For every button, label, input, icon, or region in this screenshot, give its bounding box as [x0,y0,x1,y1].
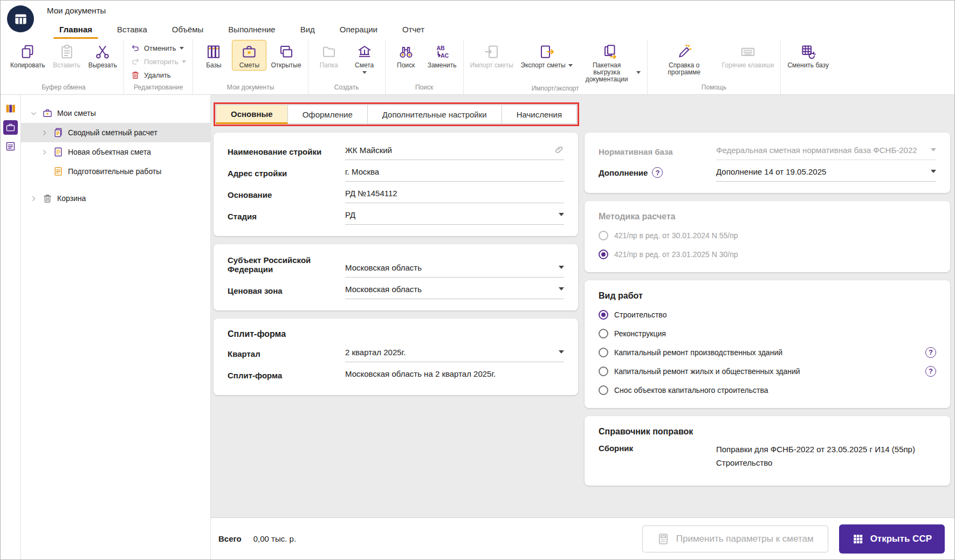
chevron-down-icon[interactable] [30,110,38,117]
radio-icon[interactable] [599,367,608,376]
method-option-55pr[interactable]: 421/пр в ред. от 30.01.2024 N 55/пр [599,226,936,245]
tree-item-my-smety[interactable]: Мои сметы [21,103,210,123]
field-label-sbornik: Сборник [599,444,716,457]
ribbon-tab-glavnaya[interactable]: Главная [47,20,105,39]
help-icon[interactable]: ? [652,167,663,178]
card-stroika-info: Наименование стройки ЖК Майский Адрес ст… [214,133,578,236]
field-label-price-zone: Ценовая зона [228,286,345,299]
ribbon-tab-operacii[interactable]: Операции [327,20,390,39]
chevron-right-icon[interactable] [40,129,49,136]
ribbon-tab-vypolnenie[interactable]: Выполнение [216,20,287,39]
tree-item-svodny-raschet[interactable]: Сводный сметный расчет [21,123,210,142]
cut-button[interactable]: Вырезать [85,40,120,71]
ribbon-tab-vstavka[interactable]: Вставка [105,20,160,39]
tree-item-korzina[interactable]: Корзина [21,189,210,208]
main-content: Основные Оформление Дополнительные настр… [211,95,954,559]
undo-button[interactable]: Отменить [127,42,187,54]
radio-icon[interactable] [599,329,608,338]
trash-icon [42,193,53,204]
chevron-down-icon[interactable] [559,213,564,216]
help-icon[interactable]: ? [925,366,936,377]
total-value: 0,00 тыс. р. [253,534,296,543]
worktype-option-kapremont-proizv[interactable]: Капитальный ремонт производственных здан… [599,343,936,362]
help-icon[interactable]: ? [925,347,936,358]
method-option-30pr[interactable]: 421/пр в ред. от 23.01.2025 N 30/пр [599,245,936,264]
bases-button[interactable]: Базы [196,40,231,71]
open-ssr-button[interactable]: Открыть ССР [839,524,945,554]
field-label-basis: Основание [228,190,345,203]
redo-dropdown-icon[interactable] [182,60,186,63]
change-base-button[interactable]: Сменить базу [784,40,832,71]
ribbon-tab-vid[interactable]: Вид [288,20,327,39]
tab-nachisleniya[interactable]: Начисления [502,105,577,124]
app-rail [1,95,21,559]
ribbon-group-my-documents: Базы Сметы Открытые Мои документы [193,40,307,94]
smety-button[interactable]: Сметы [232,40,266,71]
app-logo-icon [7,5,34,32]
rail-item-smety[interactable] [3,120,18,135]
undo-dropdown-icon[interactable] [180,47,184,50]
calculator-icon [657,533,670,545]
chevron-down-icon[interactable] [931,170,936,173]
field-addition-select[interactable]: Дополнение 14 от 19.05.2025 [716,165,936,182]
export-smeta-button[interactable]: Экспорт сметы [518,40,576,71]
import-smeta-button[interactable]: Импорт сметы [467,40,517,71]
chevron-down-icon[interactable] [559,350,564,354]
field-stage-select[interactable]: РД [345,209,564,225]
tab-osnovnye[interactable]: Основные [216,105,288,124]
search-button[interactable]: Поиск [389,40,423,71]
new-smeta-dropdown-icon[interactable] [362,71,367,74]
tree-item-novaya-smeta[interactable]: Новая объектная смета [21,142,210,162]
tab-oformlenie[interactable]: Оформление [288,105,368,124]
field-sbornik-value: Поправки для ФСНБ-2022 от 23.05.2025 г И… [716,444,936,474]
field-subject-select[interactable]: Московская область [345,261,564,278]
ribbon-tab-obyomy[interactable]: Объёмы [160,20,216,39]
apply-parameters-button[interactable]: Применить параметры к сметам [642,526,828,552]
chevron-right-icon[interactable] [30,195,38,202]
radio-icon[interactable] [599,348,608,357]
field-address-input[interactable]: г. Москва [345,165,564,182]
radio-icon[interactable] [599,385,608,395]
field-label-normbase: Нормативная база [599,147,716,160]
ribbon-group-change-base: Сменить базу [780,40,835,94]
rail-item-bases[interactable] [3,101,18,116]
worktype-option-kapremont-zhilyh[interactable]: Капитальный ремонт жилых и общественных … [599,362,936,381]
about-button[interactable]: Справка о программе [651,40,718,78]
method-heading: Методика расчета [599,212,936,222]
redo-button[interactable]: Повторить [127,56,189,67]
ribbon-tab-otchet[interactable]: Отчет [390,20,437,39]
delete-button[interactable]: Удалить [127,69,174,81]
worktype-option-snos[interactable]: Снос объектов капитального строительства [599,381,936,399]
open-documents-button[interactable]: Открытые [267,40,304,71]
tab-dop-nastroyki[interactable]: Дополнительные настройки [368,105,502,124]
folder-icon [321,44,337,60]
chevron-down-icon[interactable] [559,266,564,269]
scissors-icon [94,44,111,60]
paperclip-icon[interactable] [554,145,564,155]
field-price-zone-select[interactable]: Московская область [345,283,564,299]
export-dropdown-icon[interactable] [568,64,573,67]
tree-item-podgotovitelnye[interactable]: Подготовительные работы [21,162,210,181]
radio-icon[interactable] [599,231,608,240]
worktype-option-stroitelstvo[interactable]: Строительство [599,305,936,324]
field-basis-input[interactable]: РД №1454112 [345,187,564,203]
chevron-right-icon[interactable] [40,149,49,156]
batch-export-button[interactable]: Пакетная выгрузка документации [577,40,644,85]
radio-checked-icon[interactable] [599,250,608,259]
paste-button[interactable]: Вставить [50,40,84,71]
chevron-down-icon[interactable] [559,287,564,291]
folder-button[interactable]: Папка [312,40,346,71]
worktype-option-rekonstrukciya[interactable]: Реконструкция [599,324,936,343]
replace-button[interactable]: ABAC Заменить [424,40,460,71]
rail-item-documents[interactable] [3,139,18,154]
field-quarter-select[interactable]: 2 квартал 2025г. [345,346,564,362]
radio-checked-icon[interactable] [599,310,608,320]
copy-button[interactable]: Копировать [7,40,49,71]
batch-export-dropdown-icon[interactable] [636,71,641,74]
hotkeys-button[interactable]: Горячие клавиши [719,40,778,71]
field-name-input[interactable]: ЖК Майский [345,144,564,160]
new-smeta-button[interactable]: Смета [347,40,382,75]
svg-text:AC: AC [440,52,449,59]
chevron-down-icon [931,148,936,151]
briefcase-icon [241,44,257,60]
